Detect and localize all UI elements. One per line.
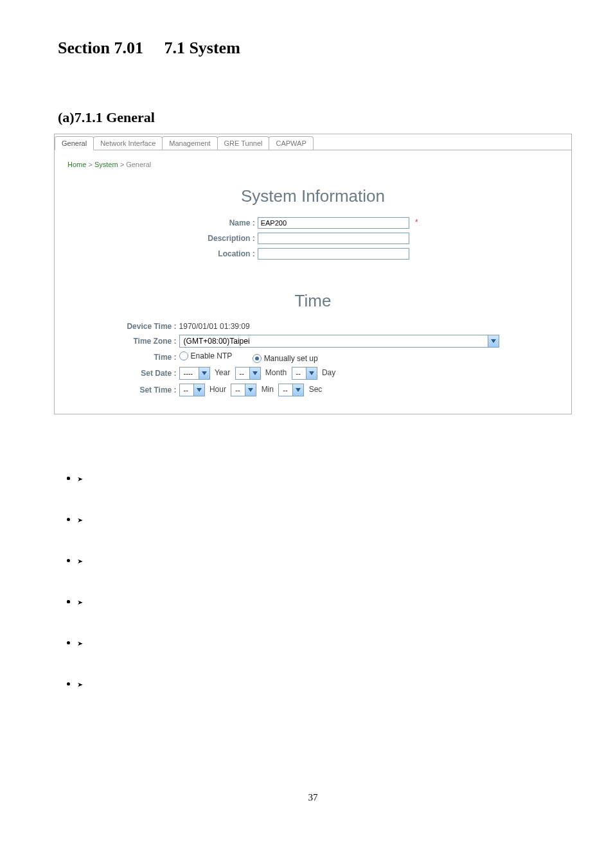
month-text: Month <box>265 368 287 377</box>
time-heading: Time <box>67 291 558 311</box>
required-marker: * <box>415 218 418 227</box>
tab-gre-tunnel[interactable]: GRE Tunnel <box>217 136 270 150</box>
breadcrumb-current: General <box>126 161 151 168</box>
year-select[interactable]: ---- <box>179 367 210 380</box>
notes-list <box>77 472 568 689</box>
year-select-value: ---- <box>180 368 199 379</box>
chevron-down-icon <box>193 384 204 396</box>
list-item <box>77 472 568 484</box>
section-title: Section 7.01 7.1 System <box>58 39 568 58</box>
breadcrumb-sep: > <box>120 161 124 168</box>
chevron-down-icon <box>488 335 499 347</box>
time-form: Device Time : 1970/01/01 01:39:09 Time Z… <box>127 320 499 398</box>
radio-unchecked-icon <box>179 351 188 360</box>
breadcrumb-system[interactable]: System <box>94 161 118 168</box>
set-time-label: Set Time : <box>127 382 179 398</box>
list-item <box>77 472 568 566</box>
list-item <box>77 554 568 566</box>
description-label: Description : <box>208 231 257 246</box>
list-item <box>77 678 568 689</box>
page-number: 37 <box>58 792 568 803</box>
description-input[interactable] <box>258 233 409 244</box>
tab-bar: General Network Interface Management GRE… <box>55 134 571 150</box>
day-select-value: -- <box>292 368 306 379</box>
time-mode-label: Time : <box>127 350 179 365</box>
system-information-heading: System Information <box>67 186 558 206</box>
chevron-down-icon <box>292 384 303 396</box>
breadcrumb-home[interactable]: Home <box>67 161 86 168</box>
day-text: Day <box>322 368 335 377</box>
min-text: Min <box>262 385 274 394</box>
timezone-value: (GMT+08:00)Taipei <box>180 335 488 347</box>
min-select[interactable]: -- <box>231 384 256 396</box>
enable-ntp-radio[interactable]: Enable NTP <box>179 351 233 360</box>
month-select[interactable]: -- <box>235 367 261 380</box>
hour-select-value: -- <box>180 384 193 396</box>
name-label: Name : <box>208 215 257 231</box>
location-label: Location : <box>208 246 257 261</box>
chevron-down-icon <box>245 384 256 396</box>
manual-setup-radio[interactable]: Manually set up <box>253 354 318 363</box>
year-text: Year <box>215 368 230 377</box>
subsection-title: (a)7.1.1 General <box>58 109 568 126</box>
device-time-value: 1970/01/01 01:39:09 <box>179 322 250 331</box>
manual-setup-text: Manually set up <box>264 354 318 363</box>
timezone-label: Time Zone : <box>127 333 179 350</box>
day-select[interactable]: -- <box>292 367 317 380</box>
breadcrumb: Home > System > General <box>67 161 558 168</box>
set-date-label: Set Date : <box>127 365 179 382</box>
chevron-down-icon <box>249 368 260 379</box>
sec-text: Sec <box>309 385 323 394</box>
tab-management[interactable]: Management <box>162 136 217 150</box>
system-general-screenshot: General Network Interface Management GRE… <box>54 134 572 414</box>
tab-network-interface[interactable]: Network Interface <box>93 136 163 150</box>
list-item <box>77 596 568 689</box>
device-time-label: Device Time : <box>127 320 179 333</box>
chevron-down-icon <box>199 368 209 379</box>
hour-text: Hour <box>209 385 226 394</box>
month-select-value: -- <box>236 368 249 379</box>
name-input[interactable] <box>258 217 409 229</box>
radio-checked-icon <box>253 354 262 363</box>
list-item <box>77 596 568 607</box>
chevron-down-icon <box>306 368 317 379</box>
sec-select-value: -- <box>279 384 292 396</box>
hour-select[interactable]: -- <box>179 384 205 396</box>
timezone-select[interactable]: (GMT+08:00)Taipei <box>179 335 499 348</box>
tab-capwap[interactable]: CAPWAP <box>269 136 313 150</box>
breadcrumb-sep: > <box>88 161 92 168</box>
system-info-form: Name : * Description : Location : <box>208 215 418 261</box>
tab-general[interactable]: General <box>55 136 94 150</box>
location-input[interactable] <box>258 248 409 260</box>
sec-select[interactable]: -- <box>278 384 304 396</box>
enable-ntp-text: Enable NTP <box>191 351 233 360</box>
min-select-value: -- <box>231 384 245 396</box>
list-item <box>77 513 568 525</box>
list-item <box>77 637 568 648</box>
